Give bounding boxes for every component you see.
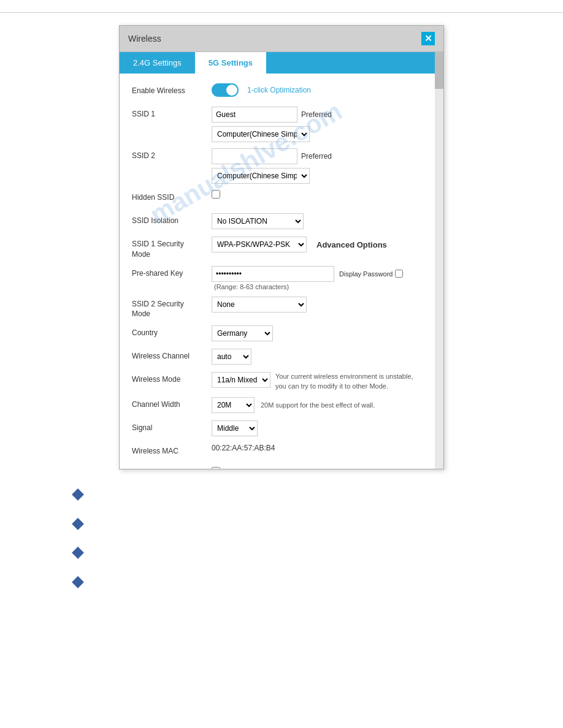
bullet-text-4 xyxy=(91,575,93,588)
dialog-scrollable[interactable]: 2.4G Settings 5G Settings Enable Wireles… xyxy=(120,52,443,469)
channel-width-label: Channel Width xyxy=(132,397,212,410)
page-container: manualshlve.com Wireless ✕ 2.4G Settings… xyxy=(0,0,563,728)
signal-row: Signal Middle xyxy=(132,420,423,438)
ssid2-preferred-label: Preferred xyxy=(301,152,332,161)
ssid2-security-row: SSID 2 SecurityMode None xyxy=(132,297,423,320)
wireless-mode-label: Wireless Mode xyxy=(132,372,212,385)
ssid1-label: SSID 1 xyxy=(132,107,212,119)
dialog-title: Wireless xyxy=(128,34,161,44)
wireless-mac-value: 00:22:AA:57:AB:B4 xyxy=(212,444,275,452)
psk-input[interactable] xyxy=(212,266,334,282)
diamond-bullet-1 xyxy=(72,488,84,501)
channel-width-select[interactable]: 20M xyxy=(212,397,255,413)
toggle-knob xyxy=(226,85,237,96)
scroll-thumb[interactable] xyxy=(435,52,443,89)
display-password-checkbox[interactable] xyxy=(395,270,403,278)
dialog-header: Wireless ✕ xyxy=(120,26,443,52)
tab-24g[interactable]: 2.4G Settings xyxy=(120,52,195,74)
enable-wds-control xyxy=(212,467,423,469)
hidden-ssid-label: Hidden SSID xyxy=(132,190,212,203)
enable-wireless-row: Enable Wireless 1-click Optimization xyxy=(132,83,423,100)
form-area: Enable Wireless 1-click Optimization SSI… xyxy=(120,74,435,469)
range-info: (Range: 8-63 characters) xyxy=(214,283,403,290)
tab-5g[interactable]: 5G Settings xyxy=(195,52,266,74)
ssid2-preferred-select[interactable]: Computer(Chinese Simplified) xyxy=(212,168,310,184)
optimization-link[interactable]: 1-click Optimization xyxy=(247,86,311,94)
psk-label: Pre-shared Key xyxy=(132,266,212,279)
hidden-ssid-control xyxy=(212,190,423,199)
ssid-isolation-label: SSID Isolation xyxy=(132,213,212,226)
ssid2-security-label: SSID 2 SecurityMode xyxy=(132,297,212,320)
enable-wireless-toggle[interactable] xyxy=(212,83,239,97)
tabs-bar: 2.4G Settings 5G Settings xyxy=(120,52,435,74)
top-divider xyxy=(0,12,563,13)
ssid2-label: SSID 2 xyxy=(132,148,212,161)
enable-wds-checkbox[interactable] xyxy=(212,467,220,469)
diamond-bullet-4 xyxy=(72,576,84,588)
channel-width-row: Channel Width 20M 20M support for the be… xyxy=(132,397,423,414)
bullet-text-3 xyxy=(91,546,93,558)
display-password-label: Display Password xyxy=(339,270,393,278)
dialog-wrapper: manualshlve.com Wireless ✕ 2.4G Settings… xyxy=(0,25,563,469)
signal-select[interactable]: Middle xyxy=(212,420,258,436)
signal-label: Signal xyxy=(132,420,212,433)
ssid1-input[interactable] xyxy=(212,107,297,123)
country-row: Country Germany xyxy=(132,325,423,343)
wireless-channel-select[interactable]: auto xyxy=(212,349,251,365)
ssid1-security-control: WPA-PSK/WPA2-PSK Advanced Options xyxy=(212,237,423,252)
enable-wireless-label: Enable Wireless xyxy=(132,83,212,96)
country-select[interactable]: Germany xyxy=(212,325,273,341)
wireless-mac-control: 00:22:AA:57:AB:B4 xyxy=(212,444,423,452)
wireless-mode-warning: Your current wireless environment is uns… xyxy=(275,372,423,391)
enable-wds-row: Enable WDS xyxy=(132,467,423,469)
bullet-item-1 xyxy=(74,488,489,500)
ssid2-input[interactable] xyxy=(212,148,297,164)
ssid-isolation-row: SSID Isolation No ISOLATION xyxy=(132,213,423,230)
signal-control: Middle xyxy=(212,420,423,436)
ssid2-control: Preferred Computer(Chinese Simplified) xyxy=(212,148,423,184)
scrollbar[interactable] xyxy=(435,52,443,469)
ssid-isolation-select[interactable]: No ISOLATION xyxy=(212,213,304,229)
psk-row: Pre-shared Key Display Password (Rang xyxy=(132,266,423,290)
ssid2-security-control: None xyxy=(212,297,423,313)
channel-width-control: 20M 20M support for the best effect of w… xyxy=(212,397,423,413)
diamond-bullet-3 xyxy=(72,547,84,559)
wireless-mac-label: Wireless MAC xyxy=(132,444,212,457)
ssid1-security-label: SSID 1 SecurityMode xyxy=(132,237,212,260)
advanced-options-label: Advanced Options xyxy=(316,240,387,249)
ssid2-row: SSID 2 Preferred Computer(Chinese Simpli… xyxy=(132,148,423,184)
wireless-mode-row: Wireless Mode 11a/n Mixed Your current w… xyxy=(132,372,423,391)
bullet-list xyxy=(0,488,563,587)
close-button[interactable]: ✕ xyxy=(421,32,435,45)
bullet-item-4 xyxy=(74,575,489,588)
ssid1-preferred-label: Preferred xyxy=(301,110,332,119)
ssid-isolation-control: No ISOLATION xyxy=(212,213,423,229)
wireless-mode-select[interactable]: 11a/n Mixed xyxy=(212,372,270,388)
enable-wireless-control: 1-click Optimization xyxy=(212,83,423,97)
enable-wds-label: Enable WDS xyxy=(132,467,212,469)
ssid1-preferred-select[interactable]: Computer(Chinese Simplified) xyxy=(212,126,310,142)
bullet-item-2 xyxy=(74,517,489,529)
ssid2-security-select[interactable]: None xyxy=(212,297,307,313)
bullet-text-2 xyxy=(91,517,93,529)
wireless-channel-label: Wireless Channel xyxy=(132,349,212,362)
wireless-mac-row: Wireless MAC 00:22:AA:57:AB:B4 xyxy=(132,444,423,461)
ssid1-security-row: SSID 1 SecurityMode WPA-PSK/WPA2-PSK Adv… xyxy=(132,237,423,260)
wireless-channel-row: Wireless Channel auto xyxy=(132,349,423,366)
country-control: Germany xyxy=(212,325,423,341)
dialog-content: 2.4G Settings 5G Settings Enable Wireles… xyxy=(120,52,435,469)
hidden-ssid-checkbox[interactable] xyxy=(212,190,220,199)
channel-width-info: 20M support for the best effect of wall. xyxy=(261,401,375,409)
ssid1-control: Preferred Computer(Chinese Simplified) xyxy=(212,107,423,142)
bullet-item-3 xyxy=(74,546,489,558)
diamond-bullet-2 xyxy=(72,518,84,530)
ssid1-security-select[interactable]: WPA-PSK/WPA2-PSK xyxy=(212,237,307,252)
bullet-text-1 xyxy=(91,488,93,500)
hidden-ssid-row: Hidden SSID xyxy=(132,190,423,207)
wireless-dialog: manualshlve.com Wireless ✕ 2.4G Settings… xyxy=(119,25,444,469)
wireless-channel-control: auto xyxy=(212,349,423,365)
country-label: Country xyxy=(132,325,212,338)
ssid1-row: SSID 1 Preferred Computer(Chinese Simpli… xyxy=(132,107,423,142)
